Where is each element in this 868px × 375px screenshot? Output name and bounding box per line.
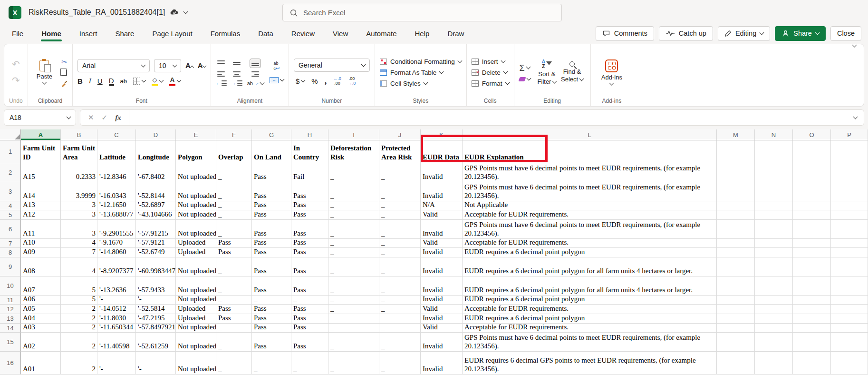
cell-E13[interactable]: Uploaded: [176, 314, 216, 324]
row-header-11[interactable]: 11: [0, 296, 21, 305]
column-header-N[interactable]: N: [755, 129, 793, 140]
cell-O4[interactable]: [793, 201, 831, 210]
cell-K14[interactable]: Valid: [421, 324, 463, 333]
cell-E9[interactable]: Not uploaded: [176, 257, 216, 276]
cell-N4[interactable]: [755, 201, 793, 210]
row-header-12[interactable]: 12: [0, 305, 21, 314]
cell-G9[interactable]: Pass: [252, 257, 291, 276]
cell-E1[interactable]: Polygon: [176, 140, 216, 163]
cell-B9[interactable]: 4: [61, 257, 97, 276]
cell-M2[interactable]: [717, 163, 755, 182]
cell-D6[interactable]: '-57.91215: [136, 220, 176, 239]
cut-button[interactable]: ✂: [61, 58, 67, 66]
cell-J6[interactable]: _: [379, 220, 421, 239]
decrease-indent-button[interactable]: ←: [216, 80, 227, 86]
cell-L12[interactable]: Acceptable for EUDR requirements.: [463, 305, 717, 314]
cell-N3[interactable]: [755, 182, 793, 201]
column-header-H[interactable]: H: [291, 129, 328, 140]
cell-O6[interactable]: [793, 220, 831, 239]
cell-C13[interactable]: '-11.8030: [97, 314, 136, 324]
cell-I13[interactable]: _: [328, 314, 379, 324]
cell-J4[interactable]: _: [379, 201, 421, 210]
cell-K9[interactable]: Invalid: [421, 257, 463, 276]
tab-review[interactable]: Review: [291, 28, 315, 39]
fill-color-button[interactable]: ◇: [152, 77, 163, 86]
cell-L13[interactable]: EUDR requires a 6 decimal point polygon: [463, 314, 717, 324]
cell-D16[interactable]: '-: [136, 352, 176, 375]
cell-B10[interactable]: 5: [61, 276, 97, 296]
cell-O13[interactable]: [793, 314, 831, 324]
cell-O3[interactable]: [793, 182, 831, 201]
italic-button[interactable]: I: [89, 77, 91, 85]
comma-format-button[interactable]: ,: [325, 76, 327, 86]
cell-I12[interactable]: _: [328, 305, 379, 314]
cell-F9[interactable]: _: [216, 257, 252, 276]
cell-M10[interactable]: [717, 276, 755, 296]
ribbon-collapse-button[interactable]: [852, 43, 857, 48]
cell-N6[interactable]: [755, 220, 793, 239]
cell-O15[interactable]: [793, 333, 831, 352]
cell-D1[interactable]: Longitude: [136, 140, 176, 163]
column-header-K[interactable]: K: [421, 129, 463, 140]
cell-M7[interactable]: [717, 239, 755, 248]
cell-K10[interactable]: Invalid: [421, 276, 463, 296]
row-header-1[interactable]: 1: [0, 140, 21, 163]
cell-F1[interactable]: Overlap: [216, 140, 252, 163]
align-left-button[interactable]: [217, 71, 225, 77]
cell-E11[interactable]: Not uploaded: [176, 296, 216, 305]
cell-D4[interactable]: '-52.6897: [136, 201, 176, 210]
cell-G8[interactable]: Pass: [252, 248, 291, 257]
cell-P12[interactable]: [831, 305, 868, 314]
cell-B7[interactable]: 4: [61, 239, 97, 248]
cell-P10[interactable]: [831, 276, 868, 296]
cell-N1[interactable]: [755, 140, 793, 163]
cell-styles-button[interactable]: Cell Styles: [380, 80, 462, 87]
cell-M5[interactable]: [717, 210, 755, 220]
row-header-16[interactable]: 16: [0, 352, 21, 375]
cell-H10[interactable]: Pass: [291, 276, 328, 296]
cell-C16[interactable]: '-: [97, 352, 136, 375]
search-input[interactable]: Search Excel: [282, 4, 562, 21]
column-header-I[interactable]: I: [328, 129, 379, 140]
cell-L14[interactable]: Acceptable for EUDR requirements.: [463, 324, 717, 333]
cell-M15[interactable]: [717, 333, 755, 352]
cell-L7[interactable]: Acceptable for EUDR requirements.: [463, 239, 717, 248]
column-header-J[interactable]: J: [379, 129, 421, 140]
cell-B15[interactable]: 2: [61, 333, 97, 352]
tab-insert[interactable]: Insert: [79, 28, 98, 39]
confirm-entry-button[interactable]: ✓: [102, 113, 108, 122]
cell-C3[interactable]: '-16.0343: [97, 182, 136, 201]
cell-P8[interactable]: [831, 248, 868, 257]
align-middle-button[interactable]: [233, 60, 241, 66]
row-header-8[interactable]: 8: [0, 248, 21, 257]
cell-A4[interactable]: A13: [21, 201, 61, 210]
cell-J15[interactable]: _: [379, 333, 421, 352]
cell-G2[interactable]: Pass: [252, 163, 291, 182]
redo-button[interactable]: ↷: [12, 76, 20, 85]
increase-decimal-button[interactable]: .00→.0: [348, 77, 356, 86]
cell-F13[interactable]: Pass: [216, 314, 252, 324]
cell-L16[interactable]: EUDR requires 6 decimal GPS points to me…: [463, 352, 717, 375]
cell-D14[interactable]: '-57.8497921: [136, 324, 176, 333]
cell-J3[interactable]: _: [379, 182, 421, 201]
cell-G14[interactable]: Pass: [252, 324, 291, 333]
row-header-2[interactable]: 2: [0, 163, 21, 182]
cell-A7[interactable]: A10: [21, 239, 61, 248]
find-select-button[interactable]: Find &Select: [559, 61, 586, 83]
cell-B1[interactable]: Farm Unit Area: [61, 140, 97, 163]
cell-H14[interactable]: Pass: [291, 324, 328, 333]
currency-format-button[interactable]: $: [296, 77, 305, 85]
row-header-14[interactable]: 14: [0, 324, 21, 333]
cell-P1[interactable]: [831, 140, 868, 163]
select-all-corner[interactable]: [0, 129, 21, 140]
cell-B4[interactable]: 3: [61, 201, 97, 210]
cell-E2[interactable]: Not uploaded: [176, 163, 216, 182]
cell-N16[interactable]: [755, 352, 793, 375]
cell-L8[interactable]: EUDR requires a 6 decimal point polygon: [463, 248, 717, 257]
cell-P3[interactable]: [831, 182, 868, 201]
cell-D10[interactable]: '-57.9433: [136, 276, 176, 296]
cell-O14[interactable]: [793, 324, 831, 333]
cell-L3[interactable]: GPS Points must have 6 decimal points to…: [463, 182, 717, 201]
cell-G11[interactable]: _: [252, 296, 291, 305]
cell-L10[interactable]: EUDR requires a 6 decimal point polygon …: [463, 276, 717, 296]
